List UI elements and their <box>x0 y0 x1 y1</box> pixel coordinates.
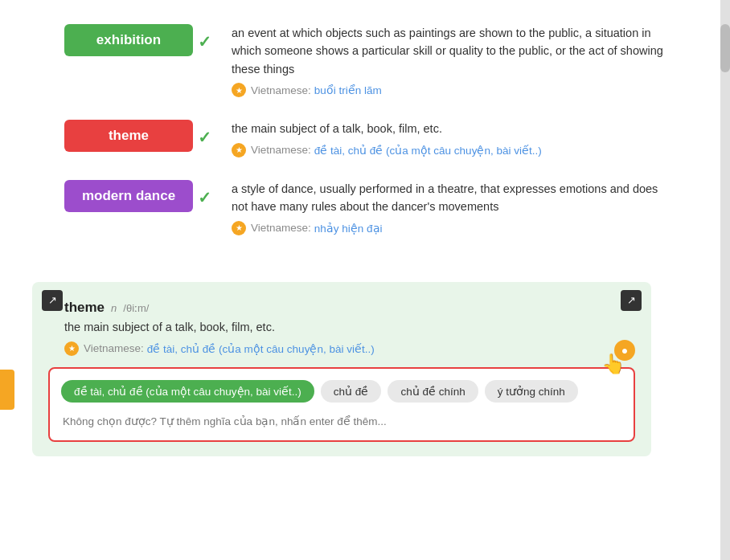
popup-translation-label: Vietnamese: <box>84 342 144 354</box>
popup-definition: the main subject of a talk, book, film, … <box>48 321 635 333</box>
star-icon-theme: ★ <box>232 143 246 157</box>
vocab-definition-exhibition: an event at which objects such as painti… <box>232 24 666 78</box>
vocab-pill-theme[interactable]: theme <box>64 120 193 152</box>
popup-star-icon: ★ <box>64 341 79 356</box>
vocab-pill-modern-dance[interactable]: modern dance <box>64 180 193 212</box>
check-mark-exhibition: ✓ <box>198 32 211 51</box>
chip-3[interactable]: ý tưởng chính <box>485 380 578 403</box>
vocab-list: exhibition ✓ an event at which objects s… <box>0 16 730 274</box>
star-icon-exhibition: ★ <box>232 83 246 97</box>
vocab-content-theme: the main subject of a talk, book, film, … <box>232 120 666 157</box>
popup-card: ↗ ↗ theme n /θiːm/ the main subject of a… <box>32 282 651 456</box>
popup-pos: n <box>111 302 117 314</box>
check-mark-modern-dance: ✓ <box>198 188 211 207</box>
scrollbar-thumb[interactable] <box>720 24 730 72</box>
scrollbar[interactable] <box>720 0 730 560</box>
popup-translation-row: ★ Vietnamese: đề tài, chủ đề (của một câ… <box>48 341 635 356</box>
pill-container-theme: theme ✓ <box>64 120 217 152</box>
chip-1[interactable]: chủ đề <box>321 380 382 403</box>
translation-text-theme[interactable]: đề tài, chủ đề (của một câu chuyện, bài … <box>314 144 542 157</box>
vocab-content-exhibition: an event at which objects such as painti… <box>232 24 666 97</box>
star-icon-modern-dance: ★ <box>232 221 246 235</box>
pill-container-exhibition: exhibition ✓ <box>64 24 217 56</box>
vocab-translation-theme: ★ Vietnamese: đề tài, chủ đề (của một câ… <box>232 143 666 157</box>
popup-translation-value: đề tài, chủ đề (của một câu chuyện, bài … <box>147 342 375 355</box>
check-mark-theme: ✓ <box>198 128 211 147</box>
popup-word-line: theme n /θiːm/ <box>48 300 635 316</box>
translation-label-exhibition: Vietnamese: <box>251 84 311 96</box>
translation-text-exhibition[interactable]: buổi triển lãm <box>314 84 382 96</box>
popup-external-link-right[interactable]: ↗ <box>621 290 642 311</box>
vocab-pill-exhibition[interactable]: exhibition <box>64 24 193 56</box>
vocab-item-exhibition: exhibition ✓ an event at which objects s… <box>64 24 666 97</box>
vocab-item-theme: theme ✓ the main subject of a talk, book… <box>64 120 666 157</box>
external-link-left-icon: ↗ <box>48 294 57 306</box>
translation-label-modern-dance: Vietnamese: <box>251 222 311 234</box>
popup-orange-button[interactable]: ● <box>614 340 635 361</box>
custom-meaning-input[interactable] <box>61 411 622 432</box>
external-link-right-icon: ↗ <box>627 294 636 306</box>
vocab-content-modern-dance: a style of dance, usually performed in a… <box>232 180 666 235</box>
vocab-definition-theme: the main subject of a talk, book, film, … <box>232 120 666 137</box>
chip-2[interactable]: chủ đề chính <box>388 380 478 403</box>
main-container: exhibition ✓ an event at which objects s… <box>0 0 730 560</box>
vocab-translation-modern-dance: ★ Vietnamese: nhảy hiện đại <box>232 221 666 235</box>
vocab-translation-exhibition: ★ Vietnamese: buổi triển lãm <box>232 83 666 97</box>
chips-row: đề tài, chủ đề (của một câu chuyện, bài … <box>61 380 622 403</box>
chip-0[interactable]: đề tài, chủ đề (của một câu chuyện, bài … <box>61 380 314 403</box>
left-orange-bar <box>0 370 14 410</box>
vocab-definition-modern-dance: a style of dance, usually performed in a… <box>232 180 666 216</box>
popup-word: theme <box>64 300 105 316</box>
chips-box: đề tài, chủ đề (của một câu chuyện, bài … <box>48 367 635 442</box>
popup-phonetic: /θiːm/ <box>123 302 149 314</box>
translation-text-modern-dance[interactable]: nhảy hiện đại <box>314 222 383 235</box>
vocab-item-modern-dance: modern dance ✓ a style of dance, usually… <box>64 180 666 235</box>
orange-btn-icon: ● <box>621 344 628 357</box>
translation-label-theme: Vietnamese: <box>251 144 311 156</box>
popup-external-link-left[interactable]: ↗ <box>42 290 63 311</box>
pill-container-modern-dance: modern dance ✓ <box>64 180 217 212</box>
